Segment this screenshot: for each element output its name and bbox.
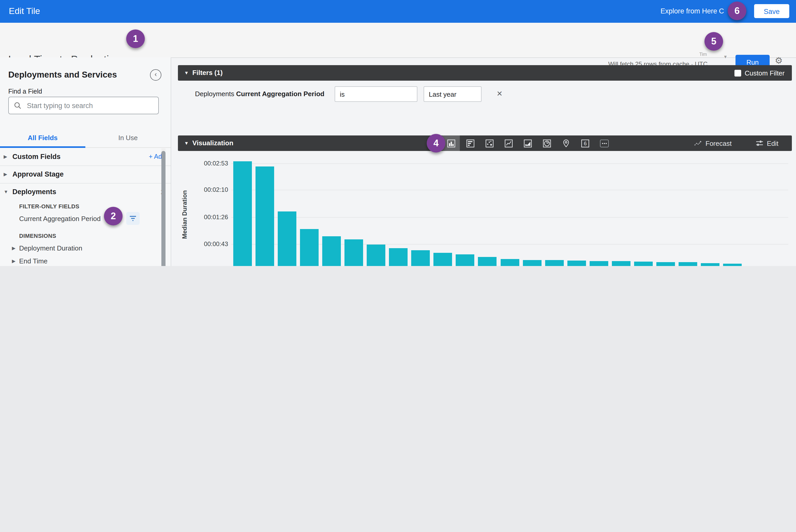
viz-type-more-icon[interactable] <box>598 135 610 151</box>
sidebar-scrollbar-thumb[interactable] <box>161 151 166 266</box>
field-label: End Time <box>19 257 48 265</box>
timezone-chevron-down-icon[interactable]: ▾ <box>724 54 727 59</box>
field-label: Deployment Duration <box>19 244 82 252</box>
bar-GitOps - GitOps - Sy...[interactable] <box>723 264 742 266</box>
viz-type-pie-icon[interactable] <box>540 135 553 151</box>
bar-dev - CD Docs - Trig...[interactable] <box>478 257 497 266</box>
search-icon <box>14 102 21 109</box>
field-tabs: All Fields In Use <box>0 129 171 148</box>
page-title: Edit Tile <box>9 6 40 17</box>
y-axis-title: Median Duration <box>181 181 188 248</box>
filter-value-input[interactable]: Last year <box>424 86 482 102</box>
bar-harness_guestboo...[interactable] <box>389 248 408 266</box>
sidebar-section-header: DIMENSIONS <box>0 230 171 242</box>
custom-filter-label: Custom Filter <box>744 69 784 77</box>
explore-title: Deployments and Services <box>8 70 117 80</box>
bar-roshni_k8s_service...[interactable] <box>679 262 697 266</box>
custom-filter-toggle: Custom Filter <box>734 65 784 81</box>
edit-settings-icon <box>755 140 763 147</box>
sidebar-field-deployment-duration[interactable]: ▶Deployment Duration <box>0 242 171 254</box>
callout-badge-1: 1 <box>126 30 145 48</box>
filter-operator-select[interactable]: is <box>335 86 418 102</box>
remove-filter-icon[interactable]: ✕ <box>497 90 502 98</box>
viz-type-scatter-icon[interactable] <box>483 135 496 151</box>
field-list: ▶Custom Fields+ Add▶Approval Stage▼Deplo… <box>0 148 171 266</box>
group-label: Custom Fields <box>13 153 60 160</box>
y-axis-tick-label: 00:02:53 <box>197 160 228 167</box>
field-picker-sidebar: Deployments and Services ‹ Find a Field … <box>0 57 171 266</box>
bar-cicdTutorialHelloW...[interactable] <box>233 162 252 266</box>
top-app-bar: Edit Tile Explore from Here C Save <box>0 0 796 23</box>
find-a-field-label: Find a Field <box>8 88 42 95</box>
bar-local-ssh - CD Docs...[interactable] <box>523 260 541 266</box>
bar-sample-container - ...[interactable] <box>456 254 475 266</box>
timezone-label: Tim <box>699 52 707 57</box>
bar-Nginx - CD Docs - cd[interactable] <box>500 259 519 266</box>
bar-Tanzu demo - CD D...[interactable] <box>277 212 296 266</box>
group-label: Deployments <box>13 188 56 196</box>
bar-chart[interactable]: 00:00:0000:00:4300:01:2600:02:1000:02:53… <box>178 151 796 266</box>
bar-Deepak - CD Docs -...[interactable] <box>590 261 608 266</box>
svg-text:6: 6 <box>584 140 586 146</box>
callout-badge-2: 2 <box>104 207 123 225</box>
filter-field-label: Deployments Current Aggregation Period <box>195 90 324 98</box>
sidebar-field-end-time[interactable]: ▶End Time <box>0 254 171 266</box>
chevron-right-icon[interactable]: ▶ <box>4 172 7 177</box>
sidebar-field-current-aggregation-period[interactable]: Current Aggregation Period <box>0 212 171 225</box>
forecast-button[interactable]: Forecast <box>694 139 732 147</box>
edit-tile-screen: Edit Tile Explore from Here C Save Lead … <box>0 0 796 266</box>
viz-type-bar-icon[interactable] <box>464 135 476 151</box>
visualization-header: ▼Visualization <box>184 135 233 151</box>
collapse-triangle-icon[interactable]: ▼ <box>184 70 189 75</box>
sidebar-group-deployments[interactable]: ▼Deployments2 <box>0 183 171 201</box>
bar-ECS Tutorial - CD D...[interactable] <box>434 253 452 266</box>
field-search-input[interactable] <box>26 101 158 110</box>
bar-Nginx - CD Docs - k...[interactable] <box>634 262 653 266</box>
query-settings-gear-icon[interactable]: ⚙ <box>775 55 783 66</box>
field-search-box[interactable] <box>8 97 159 114</box>
explore-from-here-link[interactable]: Explore from Here <box>661 7 717 15</box>
bar-Kubernetes - CD Do...[interactable] <box>345 240 363 266</box>
callout-badge-4: 4 <box>427 134 445 153</box>
section-label: DIMENSIONS <box>19 233 56 239</box>
sidebar-group-approval-stage[interactable]: ▶Approval Stage <box>0 166 171 183</box>
bar-ASG Example - CD ...[interactable] <box>255 167 274 266</box>
viz-type-area-icon[interactable] <box>521 135 534 151</box>
tab-in-use[interactable]: In Use <box>85 129 171 147</box>
bar-my-wildfly-instance...[interactable] <box>411 250 430 266</box>
collapse-triangle-icon[interactable]: ▼ <box>184 140 189 146</box>
chevron-right-icon[interactable]: ▶ <box>4 154 7 159</box>
filters-section-bar[interactable]: ▼Filters (1) Custom Filter <box>178 65 792 81</box>
filter-by-field-button[interactable] <box>126 212 140 225</box>
viz-type-line-icon[interactable] <box>502 135 515 151</box>
tab-all-fields[interactable]: All Fields <box>0 129 85 147</box>
visualization-section-bar[interactable]: ▼Visualization 6 Forecast Edit <box>178 135 792 151</box>
save-button[interactable]: Save <box>754 4 789 18</box>
query-header: Lead Time to Production Will fetch 25 ro… <box>0 23 796 58</box>
filters-header: ▼Filters (1) <box>184 65 223 81</box>
cancel-link[interactable]: C <box>719 7 724 15</box>
collapse-sidebar-icon[interactable]: ‹ <box>150 69 161 81</box>
bar-k8s demo service - ...[interactable] <box>656 262 675 266</box>
chevron-down-icon[interactable]: ▼ <box>4 189 8 194</box>
viz-actions: Forecast Edit <box>670 135 778 151</box>
bar-local-ssh - CD Docs...[interactable] <box>367 244 385 266</box>
custom-filter-checkbox[interactable] <box>734 70 741 76</box>
viz-type-single-value-icon[interactable]: 6 <box>579 135 591 151</box>
viz-type-map-icon[interactable] <box>560 135 572 151</box>
gridline <box>231 164 788 164</box>
edit-viz-button[interactable]: Edit <box>755 139 778 147</box>
viz-type-icon-strip: 6 <box>426 135 617 151</box>
field-label: Current Aggregation Period <box>19 214 100 222</box>
y-axis-tick-label: 00:01:26 <box>197 213 228 221</box>
chevron-right-icon[interactable]: ▶ <box>12 245 16 250</box>
bar-cicdTutorialHelloW...[interactable] <box>567 261 586 266</box>
chevron-right-icon[interactable]: ▶ <box>12 258 16 263</box>
bar-helmtest - CD Docs...[interactable] <box>701 263 719 266</box>
bar-Tweety - CD Docs - ...[interactable] <box>300 229 319 266</box>
section-label: FILTER-ONLY FIELDS <box>19 203 79 209</box>
bar-myGrafanaInstanc...[interactable] <box>322 236 341 266</box>
bar-k8s service - CD Do...[interactable] <box>612 261 630 266</box>
sidebar-group-custom-fields[interactable]: ▶Custom Fields+ Add <box>0 148 171 166</box>
bar-ASG Example - CD ...[interactable] <box>545 260 563 266</box>
